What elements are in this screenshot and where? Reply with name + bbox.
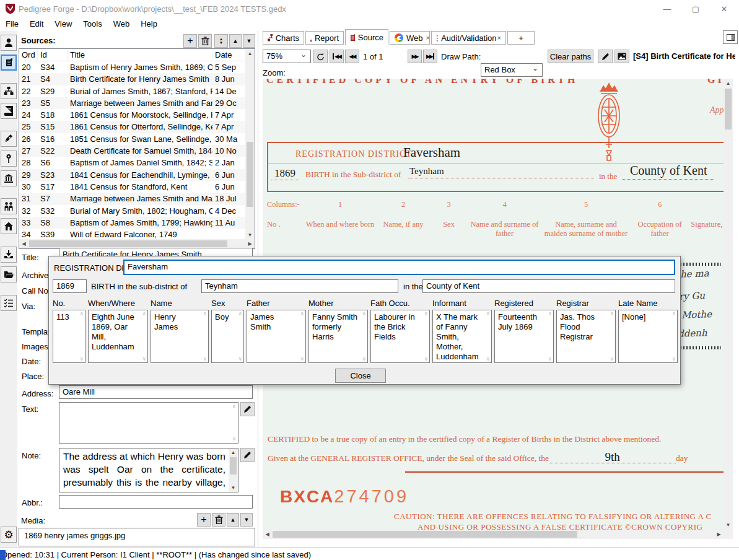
media-list-item[interactable]: 1869 henry james griggs.jpg	[24, 531, 250, 540]
source-move-down-button[interactable]: ▼	[243, 34, 255, 48]
dialog-column-value[interactable]: ∧∨ Jas. Thos Flood Registrar	[556, 310, 616, 363]
clear-paths-button[interactable]: Clear paths	[548, 50, 593, 63]
draw-edit-icon[interactable]	[598, 50, 613, 63]
menu-item[interactable]: Web	[108, 17, 136, 31]
dialog-record-column: Father ∧∨ James Smith	[247, 299, 306, 363]
text-edit-button[interactable]	[240, 402, 255, 416]
table-row[interactable]: 25 S15 1861 Census for Otterford, Sellin…	[19, 121, 246, 133]
menu-item[interactable]: File	[0, 17, 24, 31]
col-id[interactable]: Id	[38, 49, 68, 61]
address-field[interactable]: Oare Mill	[59, 385, 253, 399]
table-row[interactable]: 33 S8 Baptism of James Smith, 1799; Hawk…	[19, 217, 246, 229]
last-page-button[interactable]: ▶▶	[423, 50, 437, 63]
note-edit-button[interactable]	[240, 448, 255, 462]
panel-toggle-icon[interactable]	[723, 30, 738, 44]
dialog-column-value[interactable]: ∧∨ Fanny Smith formerly Harris	[308, 310, 368, 363]
maximize-button[interactable]: ▢	[685, 0, 706, 17]
source-move-up-button[interactable]: ▲	[229, 34, 242, 48]
dialog-subdistrict-input[interactable]: Teynham	[201, 279, 398, 293]
refresh-icon[interactable]	[313, 50, 328, 63]
table-row[interactable]: 30 S17 1841 Census for Standford, Kent 6…	[19, 181, 246, 193]
media-down-button[interactable]: ▼	[240, 513, 253, 527]
table-row[interactable]: 29 S23 1841 Census for Eachendhill, Lymi…	[19, 169, 246, 181]
next-page-button[interactable]: ▶▶	[408, 50, 422, 63]
sources-icon[interactable]	[1, 55, 17, 71]
bank-icon[interactable]	[1, 170, 17, 186]
col-title[interactable]: Title	[68, 49, 212, 61]
tree-chart-icon[interactable]	[1, 83, 17, 99]
tab-web[interactable]: Web×	[390, 31, 430, 45]
dialog-column-value[interactable]: ∧∨ Boy	[211, 310, 244, 363]
map-pin-icon[interactable]	[1, 151, 17, 167]
first-page-button[interactable]: ◀◀	[330, 50, 344, 63]
tab-report[interactable]: Report	[305, 31, 344, 45]
media-delete-button[interactable]	[212, 513, 225, 527]
dialog-year-input[interactable]: 1869	[53, 279, 87, 293]
window-title: Pedigree Forge - D:\Dropbox\work\project…	[19, 4, 286, 14]
abbr-field[interactable]	[59, 495, 253, 509]
table-row[interactable]: 24 S18 1861 Census for Moorstock, Sellin…	[19, 109, 246, 121]
table-row[interactable]: 21 S4 Birth Certificate for Henry James …	[19, 73, 246, 85]
house-icon[interactable]	[1, 218, 17, 234]
folder-open-icon[interactable]	[1, 266, 17, 282]
dialog-column-value[interactable]: ∧∨ Eighth June 1869, Oar Mill, Luddenham	[88, 310, 148, 363]
dialog-column-value[interactable]: ∧∨ 113	[53, 310, 85, 363]
minimize-button[interactable]: —	[657, 0, 678, 17]
tab-web-close-icon[interactable]: ×	[426, 34, 430, 42]
gear-icon[interactable]: ⚙	[1, 527, 17, 543]
book-icon[interactable]	[1, 103, 17, 119]
source-add-button[interactable]: +	[183, 34, 197, 48]
tab-audit-close-icon[interactable]: ×	[497, 34, 501, 42]
dialog-column-value[interactable]: ∧∨ Labourer in the Brick Fields	[370, 310, 430, 363]
checklist-icon[interactable]	[1, 295, 17, 311]
table-row[interactable]: 22 S29 Burial of James Smith, 1867; Stan…	[19, 85, 246, 97]
viewer-hscrollbar[interactable]: ◀ ▶	[263, 530, 724, 539]
cert-year: 1869	[271, 167, 299, 180]
menu-item[interactable]: View	[49, 17, 77, 31]
tab-audit-validation[interactable]: Audit/Validation×	[431, 31, 506, 45]
viewer-vscrollbar[interactable]: ▲ ▼	[724, 79, 733, 530]
zoom-select[interactable]: 75%	[263, 50, 311, 63]
menu-item[interactable]: Edit	[24, 17, 49, 31]
close-button[interactable]: ✕	[714, 0, 735, 17]
previous-page-button[interactable]: ◀◀	[345, 50, 359, 63]
table-row[interactable]: 26 S16 1851 Census for Swan Lane, Sellin…	[19, 133, 246, 145]
family-icon[interactable]	[1, 198, 17, 214]
tab-add[interactable]: +	[507, 31, 535, 45]
tab-charts[interactable]: Charts	[263, 31, 304, 45]
dialog-reg-input[interactable]: Faversham	[123, 260, 675, 275]
images-label: Images:	[22, 342, 50, 351]
note-field[interactable]: The address at which Henry was born was …	[59, 448, 238, 492]
dialog-column-value[interactable]: ∧∨ X The mark of Fanny Smith, Mother, Lu…	[432, 310, 492, 363]
table-row[interactable]: 31 S7 Marriage between James Smith and M…	[19, 193, 246, 204]
dialog-column-value[interactable]: ∧∨ Henry James	[151, 310, 209, 363]
dialog-column-value[interactable]: ∧∨ Fourteenth July 1869	[494, 310, 554, 363]
table-row[interactable]: 23 S5 Marriage between James Smith and F…	[19, 97, 246, 109]
dialog-record-column: Registrar ∧∨ Jas. Thos Flood Registrar	[556, 299, 616, 363]
source-delete-button[interactable]	[198, 34, 212, 48]
text-field[interactable]: ∧ ∨	[59, 402, 238, 444]
col-date[interactable]: Date	[212, 49, 246, 61]
import-icon[interactable]	[1, 247, 17, 263]
dialog-column-value[interactable]: ∧∨ [None]	[618, 310, 678, 363]
menu-item[interactable]: Tools	[77, 17, 107, 31]
table-row[interactable]: 20 S34 Baptism of Henry James Smith, 186…	[19, 61, 246, 73]
media-up-button[interactable]: ▲	[227, 513, 239, 527]
close-dialog-button[interactable]: Close	[335, 369, 386, 383]
image-icon[interactable]	[614, 50, 629, 63]
dialog-column-value[interactable]: ∧∨ James Smith	[247, 310, 306, 363]
source-sort-button[interactable]: ▲▼	[214, 34, 228, 48]
pen-icon[interactable]	[1, 131, 17, 147]
table-row[interactable]: 27 S22 Death Certificate for Samuel Smit…	[19, 145, 246, 157]
sources-vscrollbar[interactable]: ▲ ▼	[245, 49, 255, 240]
dialog-county-input[interactable]: County of Kent	[422, 279, 675, 293]
col-ord[interactable]: Ord	[19, 49, 38, 61]
draw-path-select[interactable]: Red Box	[481, 63, 543, 77]
table-row[interactable]: 28 S6 Baptism of James Daniel Smith, 184…	[19, 157, 246, 168]
people-icon[interactable]	[1, 35, 17, 51]
table-row[interactable]: 32 S32 Burial of Mary Smith, 1802; Hough…	[19, 205, 246, 217]
tab-source[interactable]: Source	[345, 29, 388, 45]
media-add-button[interactable]: +	[197, 513, 211, 527]
menu-item[interactable]: Help	[135, 17, 163, 31]
sources-hscrollbar[interactable]: ◀ ▶	[19, 239, 255, 248]
